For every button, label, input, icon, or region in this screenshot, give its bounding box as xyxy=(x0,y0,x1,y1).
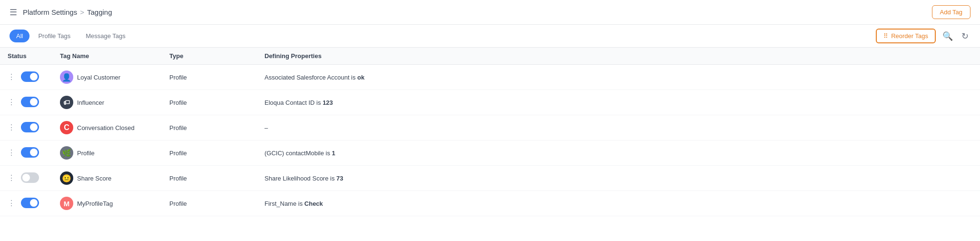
type-cell: Profile xyxy=(162,90,257,115)
drag-handle[interactable]: ⋮ xyxy=(8,199,15,208)
col-header-type: Type xyxy=(162,48,257,65)
tab-message-tags[interactable]: Message Tags xyxy=(79,30,132,42)
tag-icon: M xyxy=(60,197,73,210)
table-row: ⋮🌿ProfileProfile(GCIC) contactMobile is … xyxy=(0,141,980,166)
table-row: ⋮CConversation ClosedProfile– xyxy=(0,115,980,141)
drag-handle[interactable]: ⋮ xyxy=(8,98,15,107)
drag-handle[interactable]: ⋮ xyxy=(8,123,15,132)
status-toggle[interactable] xyxy=(21,198,39,208)
table-header-row: Status Tag Name Type Defining Properties xyxy=(0,48,980,65)
tag-name-text: Influencer xyxy=(77,99,104,106)
tag-icon: 😐 xyxy=(60,171,73,185)
defining-property-cell: Associated Salesforce Account is ok xyxy=(257,65,980,90)
tab-profile-tags[interactable]: Profile Tags xyxy=(31,30,77,42)
tag-icon: C xyxy=(60,121,73,134)
status-toggle[interactable] xyxy=(21,71,39,82)
drag-handle[interactable]: ⋮ xyxy=(8,72,15,81)
defining-property-cell: Share Likelihood Score is 73 xyxy=(257,166,980,191)
defining-property-cell: (GCIC) contactMobile is 1 xyxy=(257,141,980,166)
tab-all[interactable]: All xyxy=(10,30,29,42)
table-row: ⋮😐Share ScoreProfileShare Likelihood Sco… xyxy=(0,166,980,191)
header-left: ☰ Platform Settings > Tagging xyxy=(10,7,112,18)
tag-name-text: Profile xyxy=(77,150,95,157)
tag-icon: 🌿 xyxy=(60,146,73,160)
breadcrumb-parent[interactable]: Platform Settings xyxy=(23,8,77,16)
type-cell: Profile xyxy=(162,166,257,191)
type-cell: Profile xyxy=(162,115,257,141)
table-row: ⋮👤Loyal CustomerProfileAssociated Salesf… xyxy=(0,65,980,90)
drag-handle[interactable]: ⋮ xyxy=(8,173,15,182)
tag-name-text: Loyal Customer xyxy=(77,74,120,81)
drag-handle[interactable]: ⋮ xyxy=(8,148,15,157)
tag-name-cell: 🏷Influencer xyxy=(52,90,162,115)
tag-name-cell: 😐Share Score xyxy=(52,166,162,191)
menu-icon[interactable]: ☰ xyxy=(10,7,17,18)
status-cell: ⋮ xyxy=(0,90,52,114)
breadcrumb-separator: > xyxy=(80,8,84,16)
tag-name-cell: CConversation Closed xyxy=(52,115,162,141)
tag-name-text: MyProfileTag xyxy=(77,200,113,207)
tags-table: Status Tag Name Type Defining Properties… xyxy=(0,48,980,216)
refresh-icon: ↻ xyxy=(961,31,969,41)
defining-property-cell: – xyxy=(257,115,980,141)
tag-name-text: Share Score xyxy=(77,175,111,182)
status-toggle[interactable] xyxy=(21,147,39,158)
defining-property-cell: Eloqua Contact ID is 123 xyxy=(257,90,980,115)
table-row: ⋮MMyProfileTagProfileFirst_Name is Check xyxy=(0,191,980,216)
status-cell: ⋮ xyxy=(0,141,52,164)
tag-name-cell: 👤Loyal Customer xyxy=(52,65,162,90)
table-container: Status Tag Name Type Defining Properties… xyxy=(0,48,980,216)
reorder-icon: ⠿ xyxy=(883,32,888,40)
table-row: ⋮🏷InfluencerProfileEloqua Contact ID is … xyxy=(0,90,980,115)
reorder-tags-button[interactable]: ⠿ Reorder Tags xyxy=(876,29,936,43)
add-tag-button[interactable]: Add Tag xyxy=(932,5,970,19)
status-toggle[interactable] xyxy=(21,172,39,183)
status-toggle[interactable] xyxy=(21,122,39,132)
tag-name-text: Conversation Closed xyxy=(77,124,135,131)
status-toggle[interactable] xyxy=(21,97,39,107)
status-cell: ⋮ xyxy=(0,166,52,190)
col-header-status: Status xyxy=(0,48,52,65)
search-button[interactable]: 🔍 xyxy=(941,29,955,43)
reorder-label: Reorder Tags xyxy=(891,32,928,40)
tabs-right: ⠿ Reorder Tags 🔍 ↻ xyxy=(876,29,970,43)
status-cell: ⋮ xyxy=(0,191,52,215)
refresh-button[interactable]: ↻ xyxy=(960,29,970,43)
tabs-bar: All Profile Tags Message Tags ⠿ Reorder … xyxy=(0,25,980,48)
breadcrumb: Platform Settings > Tagging xyxy=(23,8,112,16)
tag-name-cell: 🌿Profile xyxy=(52,141,162,166)
tag-icon: 🏷 xyxy=(60,96,73,109)
tag-name-cell: MMyProfileTag xyxy=(52,191,162,216)
type-cell: Profile xyxy=(162,141,257,166)
defining-property-cell: First_Name is Check xyxy=(257,191,980,216)
status-cell: ⋮ xyxy=(0,115,52,139)
breadcrumb-current: Tagging xyxy=(87,8,112,16)
col-header-tag-name: Tag Name xyxy=(52,48,162,65)
top-header: ☰ Platform Settings > Tagging Add Tag xyxy=(0,0,980,25)
type-cell: Profile xyxy=(162,191,257,216)
tag-icon: 👤 xyxy=(60,70,73,84)
status-cell: ⋮ xyxy=(0,65,52,89)
tabs-left: All Profile Tags Message Tags xyxy=(10,30,132,42)
search-icon: 🔍 xyxy=(942,31,953,41)
type-cell: Profile xyxy=(162,65,257,90)
col-header-defining-properties: Defining Properties xyxy=(257,48,980,65)
